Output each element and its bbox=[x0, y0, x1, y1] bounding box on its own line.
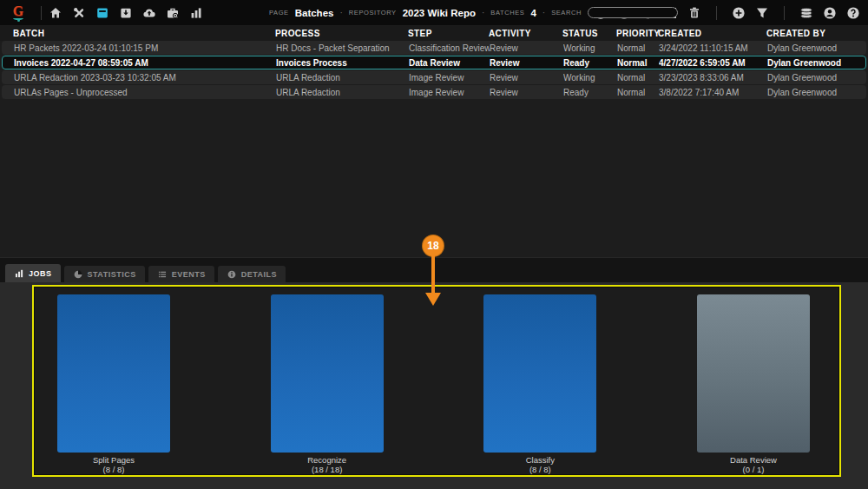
cell-step: Image Review bbox=[409, 88, 490, 97]
cell-step: Classification Review bbox=[409, 43, 490, 53]
job-bar[interactable] bbox=[57, 294, 170, 453]
stats-chart-icon[interactable] bbox=[188, 5, 204, 21]
main-nav bbox=[48, 5, 204, 21]
job-count: (0 / 1) bbox=[697, 465, 810, 474]
job-name: Recognize bbox=[271, 455, 384, 465]
cloud-upload-icon[interactable] bbox=[141, 5, 157, 21]
user-icon[interactable] bbox=[822, 5, 838, 21]
tab-events[interactable]: EVENTS bbox=[148, 266, 214, 282]
cell-created: 3/8/2022 7:17:40 AM bbox=[659, 88, 767, 97]
jobs-panel: Split Pages (8 / 8) Recognize (18 / 18) … bbox=[0, 282, 868, 489]
help-icon[interactable] bbox=[845, 5, 861, 21]
cell-activity: Review bbox=[490, 73, 563, 83]
cell-created-by: Dylan Greenwood bbox=[767, 43, 865, 53]
logo-swoosh bbox=[13, 17, 23, 20]
cell-priority: Normal bbox=[617, 58, 659, 68]
table-row[interactable]: URLAs Pages - Unprocessed URLA Redaction… bbox=[2, 85, 866, 99]
cell-activity: Review bbox=[490, 58, 563, 68]
logo-letter: G bbox=[13, 5, 23, 17]
cell-created: 3/23/2023 8:33:06 AM bbox=[659, 73, 767, 83]
batches-count-label: BATCHES bbox=[490, 9, 524, 17]
column-header[interactable]: ACTIVITY bbox=[489, 29, 562, 38]
job-count: (8 / 8) bbox=[483, 465, 596, 474]
cell-batch: URLA Redaction 2023-03-23 10:32:05 AM bbox=[14, 73, 276, 83]
table-header: BATCH PROCESS STEP ACTIVITY STATUS PRIOR… bbox=[0, 26, 868, 41]
statistics-pie-icon bbox=[73, 269, 83, 280]
job-card-split-pages[interactable]: Split Pages (8 / 8) bbox=[57, 294, 170, 474]
job-count: (18 / 18) bbox=[271, 465, 384, 474]
column-header[interactable]: STATUS bbox=[562, 29, 616, 38]
divider bbox=[784, 6, 785, 20]
job-card-data-review[interactable]: Data Review (0 / 1) bbox=[697, 294, 810, 474]
cell-created-by: Dylan Greenwood bbox=[767, 58, 865, 68]
job-bar[interactable] bbox=[483, 294, 596, 453]
job-card-classify[interactable]: Classify (8 / 8) bbox=[483, 294, 596, 474]
tools-icon[interactable] bbox=[71, 5, 87, 21]
cell-status: Working bbox=[563, 43, 617, 53]
breadcrumb-separator: · bbox=[339, 8, 342, 17]
bottom-tabbar: JOBS STATISTICS EVENTS DETAILS bbox=[0, 257, 868, 282]
table-row[interactable]: URLA Redaction 2023-03-23 10:32:05 AM UR… bbox=[2, 70, 866, 84]
job-name: Split Pages bbox=[57, 455, 170, 465]
job-card-recognize[interactable]: Recognize (18 / 18) bbox=[271, 294, 384, 474]
cell-created-by: Dylan Greenwood bbox=[767, 88, 865, 97]
process-box-icon[interactable] bbox=[118, 5, 134, 21]
batches-icon[interactable] bbox=[95, 5, 110, 21]
topbar: G bbox=[0, 0, 868, 25]
page-value[interactable]: Batches bbox=[295, 8, 334, 18]
repository-label: REPOSITORY bbox=[349, 9, 397, 17]
job-steps-row: Split Pages (8 / 8) Recognize (18 / 18) … bbox=[34, 287, 839, 474]
column-header[interactable]: CREATED BY bbox=[766, 29, 868, 38]
tab-statistics[interactable]: STATISTICS bbox=[64, 266, 145, 282]
cell-process: URLA Redaction bbox=[276, 88, 409, 97]
cell-status: Ready bbox=[563, 88, 617, 97]
grooper-logo: G bbox=[7, 5, 30, 20]
breadcrumb-separator: · bbox=[542, 8, 545, 17]
details-info-icon bbox=[227, 269, 237, 280]
job-bar[interactable] bbox=[271, 294, 384, 453]
cell-created: 4/27/2022 6:59:05 AM bbox=[659, 58, 767, 68]
cell-priority: Normal bbox=[617, 73, 659, 83]
filter-icon[interactable] bbox=[754, 5, 770, 21]
cell-step: Data Review bbox=[409, 58, 490, 68]
column-header[interactable]: BATCH bbox=[13, 29, 275, 38]
job-bar[interactable] bbox=[697, 294, 810, 453]
cell-batch: URLAs Pages - Unprocessed bbox=[14, 88, 276, 97]
tab-label: DETAILS bbox=[241, 270, 277, 279]
delete-icon[interactable] bbox=[687, 5, 702, 21]
search-label: SEARCH bbox=[551, 9, 582, 17]
add-icon[interactable] bbox=[731, 5, 746, 21]
cell-created: 3/24/2022 11:10:15 AM bbox=[659, 43, 767, 53]
tab-jobs[interactable]: JOBS bbox=[5, 264, 61, 282]
divider bbox=[716, 6, 717, 20]
cell-step: Image Review bbox=[409, 73, 490, 83]
home-icon[interactable] bbox=[48, 5, 63, 21]
jobs-case-icon[interactable] bbox=[165, 5, 181, 21]
batches-count-value: 4 bbox=[530, 8, 536, 18]
step-number-badge: 18 bbox=[423, 235, 444, 256]
tab-label: JOBS bbox=[29, 269, 52, 278]
table-row-selected[interactable]: Invoices 2022-04-27 08:59:05 AM Invoices… bbox=[2, 56, 866, 69]
stack-icon[interactable] bbox=[799, 5, 814, 21]
cell-activity: Review bbox=[490, 43, 563, 53]
job-name: Classify bbox=[483, 455, 596, 465]
tab-label: EVENTS bbox=[172, 270, 206, 279]
cell-batch: Invoices 2022-04-27 08:59:05 AM bbox=[14, 58, 276, 68]
cell-process: Invoices Process bbox=[276, 58, 409, 68]
column-header[interactable]: PRIORITY bbox=[616, 29, 658, 38]
batches-table: BATCH PROCESS STEP ACTIVITY STATUS PRIOR… bbox=[0, 26, 868, 100]
cell-priority: Normal bbox=[617, 88, 659, 97]
column-header[interactable]: CREATED bbox=[658, 29, 766, 38]
column-header[interactable]: PROCESS bbox=[275, 29, 408, 38]
repository-value[interactable]: 2023 Wiki Repo bbox=[403, 8, 476, 18]
search-input[interactable] bbox=[588, 7, 678, 18]
tab-label: STATISTICS bbox=[88, 270, 136, 279]
jobs-chart-icon bbox=[14, 268, 24, 279]
divider bbox=[41, 6, 42, 20]
cell-created-by: Dylan Greenwood bbox=[767, 73, 865, 83]
breadcrumb: PAGE Batches · REPOSITORY 2023 Wiki Repo… bbox=[269, 0, 678, 25]
table-row[interactable]: HR Packets 2022-03-24 01:10:15 PM HR Doc… bbox=[2, 41, 866, 55]
tab-details[interactable]: DETAILS bbox=[218, 266, 286, 282]
column-header[interactable]: STEP bbox=[408, 29, 489, 38]
cell-activity: Review bbox=[490, 88, 563, 97]
